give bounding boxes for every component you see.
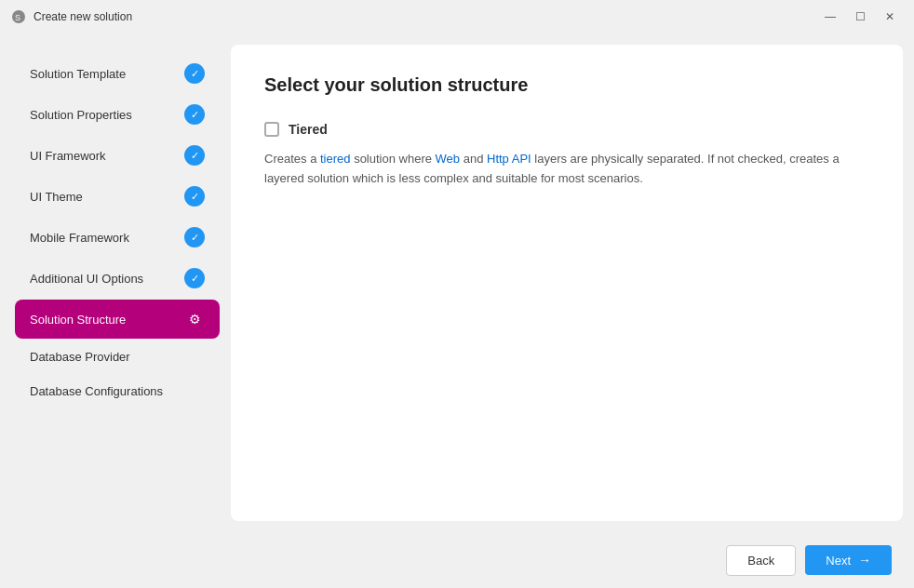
check-icon-mobile-framework: ✓ — [184, 227, 205, 247]
content-title: Select your solution structure — [264, 74, 869, 96]
sidebar-item-mobile-framework[interactable]: Mobile Framework ✓ — [15, 218, 220, 257]
sidebar-item-additional-ui-options[interactable]: Additional UI Options ✓ — [15, 259, 220, 298]
maximize-button[interactable]: ☐ — [847, 7, 873, 27]
footer: Back Next → — [0, 532, 914, 588]
tiered-label: Tiered — [289, 122, 328, 137]
sidebar-item-solution-structure[interactable]: Solution Structure ⚙ — [15, 300, 220, 339]
title-bar-controls: — ☐ ✕ — [817, 7, 903, 27]
app-icon: S — [11, 9, 26, 24]
close-button[interactable]: ✕ — [877, 7, 903, 27]
minimize-button[interactable]: — — [817, 7, 843, 27]
check-icon-ui-theme: ✓ — [184, 186, 205, 207]
svg-text:S: S — [15, 13, 20, 22]
content-area: Select your solution structure Tiered Cr… — [231, 45, 903, 521]
spin-icon-solution-structure: ⚙ — [184, 309, 205, 329]
sidebar-item-database-configurations[interactable]: Database Configurations — [15, 375, 220, 408]
next-arrow-icon: → — [858, 553, 871, 568]
check-icon-solution-template: ✓ — [184, 63, 205, 84]
highlight-tiered: tiered — [320, 152, 351, 166]
sidebar-item-solution-template[interactable]: Solution Template ✓ — [15, 54, 220, 93]
next-button[interactable]: Next → — [805, 545, 892, 575]
tiered-checkbox[interactable] — [264, 122, 279, 137]
next-label: Next — [826, 554, 851, 568]
highlight-web: Web — [436, 152, 461, 166]
window: S Create new solution — ☐ ✕ Solution Tem… — [0, 0, 914, 588]
checkbox-row: Tiered — [264, 122, 869, 137]
main-content: Solution Template ✓ Solution Properties … — [0, 33, 914, 532]
sidebar-item-ui-framework[interactable]: UI Framework ✓ — [15, 136, 220, 175]
highlight-http: Http API — [487, 152, 531, 166]
sidebar-item-solution-properties[interactable]: Solution Properties ✓ — [15, 95, 220, 134]
sidebar-item-database-provider[interactable]: Database Provider — [15, 341, 220, 373]
check-icon-additional-ui-options: ✓ — [184, 268, 205, 288]
window-title: Create new solution — [34, 10, 132, 23]
title-bar-left: S Create new solution — [11, 9, 132, 24]
check-icon-ui-framework: ✓ — [184, 145, 205, 166]
sidebar: Solution Template ✓ Solution Properties … — [11, 45, 223, 521]
back-button[interactable]: Back — [726, 545, 796, 576]
sidebar-item-ui-theme[interactable]: UI Theme ✓ — [15, 177, 220, 216]
description-text: Creates a tiered solution where Web and … — [264, 150, 841, 189]
check-icon-solution-properties: ✓ — [184, 104, 205, 125]
title-bar: S Create new solution — ☐ ✕ — [0, 0, 914, 33]
